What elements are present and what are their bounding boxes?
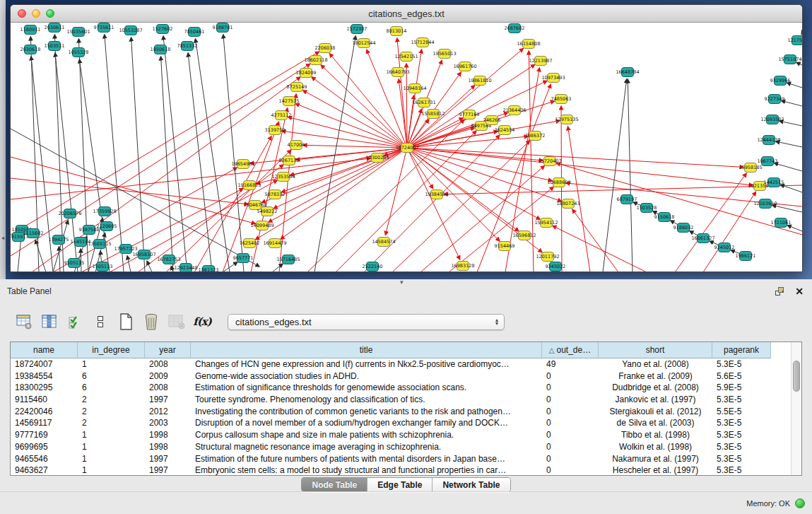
graph-node[interactable]: 15712844 bbox=[411, 38, 434, 47]
graph-node[interactable]: 14099489 bbox=[250, 221, 273, 230]
table-row[interactable]: 977716911998Corpus callosum shape and si… bbox=[11, 429, 801, 441]
graph-node[interactable]: 12011792 bbox=[536, 252, 559, 262]
graph-node[interactable]: 1824009 bbox=[296, 69, 317, 78]
graph-node[interactable]: 2206038 bbox=[315, 44, 336, 53]
graph-node[interactable]: 16782753 bbox=[157, 255, 180, 264]
column-header-short[interactable]: short bbox=[599, 342, 712, 358]
graph-node[interactable]: 1217563 bbox=[788, 36, 802, 45]
graph-node[interactable]: 18012544 bbox=[352, 39, 375, 48]
graph-node[interactable]: 1850618 bbox=[151, 45, 171, 54]
graph-node[interactable]: 19384554 bbox=[425, 190, 448, 199]
function-builder-icon[interactable]: f(x) bbox=[192, 312, 212, 332]
graph-node[interactable]: 10688609 bbox=[547, 178, 570, 187]
graph-node[interactable]: 18807243 bbox=[556, 199, 579, 209]
graph-node[interactable]: 1427515 bbox=[279, 97, 300, 106]
tab-node-table[interactable]: Node Table bbox=[302, 478, 367, 491]
graph-node[interactable]: 19565013 bbox=[433, 49, 456, 59]
graph-node[interactable]: 12542151 bbox=[394, 52, 418, 62]
graph-node[interactable]: 15585812 bbox=[421, 110, 445, 119]
graph-node[interactable]: 12103610 bbox=[753, 199, 777, 209]
graph-node[interactable]: 8813014 bbox=[387, 27, 407, 36]
table-row[interactable]: 2242004622012Investigating the contribut… bbox=[11, 406, 801, 418]
panel-collapse-handle[interactable]: ◂ bbox=[0, 233, 6, 243]
graph-node[interactable]: 15035601 bbox=[66, 28, 90, 37]
float-panel-icon[interactable] bbox=[775, 286, 785, 297]
graph-node[interactable]: 15954112 bbox=[534, 218, 558, 228]
graph-node[interactable]: 8267130 bbox=[279, 156, 300, 165]
column-header-name[interactable]: name bbox=[11, 342, 78, 358]
graph-node[interactable]: 4275112 bbox=[271, 111, 292, 120]
column-header-out_degree[interactable]: △out_de… bbox=[542, 342, 599, 358]
graph-node[interactable]: 2030618 bbox=[20, 45, 41, 54]
table-row[interactable]: 1872400712008Changes of HCN gene express… bbox=[11, 358, 801, 370]
graph-node[interactable]: 12923448 bbox=[174, 264, 197, 272]
graph-node[interactable]: 746266 bbox=[483, 116, 501, 125]
graph-node[interactable]: 12213987 bbox=[529, 57, 552, 66]
graph-node[interactable]: 15751074 bbox=[778, 55, 801, 64]
graph-node[interactable]: 417004 bbox=[288, 141, 305, 150]
graph-node[interactable]: 12975135 bbox=[555, 115, 578, 124]
network-table-selector[interactable]: citations_edges.txt ▴▾ bbox=[228, 314, 505, 330]
graph-node[interactable]: 9777169 bbox=[459, 110, 480, 119]
table-row[interactable]: 911546021997Tourette syndrome. Phenomeno… bbox=[11, 394, 801, 406]
graph-node[interactable]: 16154808 bbox=[517, 40, 540, 49]
graph-node[interactable]: 10553287 bbox=[119, 26, 142, 35]
graph-node[interactable]: 2030611 bbox=[45, 23, 65, 33]
column-header-in_degree[interactable]: in_degree bbox=[78, 342, 145, 358]
graph-node[interactable]: 7851332 bbox=[177, 42, 198, 51]
graph-node[interactable]: 16261731 bbox=[412, 98, 435, 107]
column-header-year[interactable]: year bbox=[145, 342, 191, 358]
graph-node[interactable]: 1394275 bbox=[49, 235, 69, 245]
graph-node[interactable]: 2522140 bbox=[363, 262, 383, 271]
graph-node[interactable]: 3624554 bbox=[495, 126, 515, 135]
graph-node[interactable]: 14584574 bbox=[372, 238, 395, 247]
graph-node[interactable]: 9735611 bbox=[94, 23, 114, 33]
graph-node[interactable]: 9227349 bbox=[765, 95, 785, 104]
graph-node[interactable]: 1572307 bbox=[347, 25, 367, 34]
graph-node[interactable]: 16961760 bbox=[453, 62, 476, 71]
graph-node[interactable]: 18602118 bbox=[304, 56, 327, 65]
tab-edge-table[interactable]: Edge Table bbox=[367, 478, 433, 491]
graph-node[interactable]: 17359928 bbox=[93, 207, 116, 216]
graph-node[interactable]: 9329966 bbox=[770, 76, 791, 86]
graph-node[interactable]: 12444138 bbox=[757, 136, 780, 145]
table-scrollbar[interactable] bbox=[791, 342, 801, 475]
graph-node[interactable]: 9154469 bbox=[495, 242, 515, 251]
graph-node[interactable]: 10973493 bbox=[541, 74, 565, 83]
graph-node[interactable]: 7850461 bbox=[184, 28, 205, 37]
memory-status-icon[interactable] bbox=[795, 498, 805, 508]
graph-node[interactable]: 9186701 bbox=[213, 23, 233, 33]
graph-node[interactable]: 16640793 bbox=[386, 68, 409, 77]
graph-node[interactable]: 9186032 bbox=[673, 223, 694, 233]
trash-icon[interactable] bbox=[141, 312, 161, 332]
minimize-button[interactable] bbox=[32, 9, 40, 18]
graph-node[interactable]: 12093582 bbox=[760, 115, 784, 124]
graph-node[interactable]: 9245022 bbox=[546, 262, 566, 271]
graph-node[interactable]: 12353594 bbox=[271, 173, 295, 182]
graph-node[interactable]: 1503528 bbox=[637, 204, 657, 213]
graph-node[interactable]: 1986121 bbox=[736, 252, 756, 261]
graph-node[interactable]: 16983128 bbox=[451, 262, 474, 271]
graph-node[interactable]: 1503511 bbox=[45, 42, 65, 51]
graph-node[interactable]: 7485063 bbox=[551, 95, 572, 104]
table-scrollbar-thumb[interactable] bbox=[793, 361, 800, 392]
graph-node[interactable]: 13505115 bbox=[88, 240, 111, 249]
graph-node[interactable]: 1180911 bbox=[20, 25, 41, 35]
column-checklist-icon[interactable] bbox=[65, 312, 85, 332]
close-button[interactable] bbox=[18, 9, 26, 18]
graph-node[interactable]: 8725149 bbox=[287, 83, 307, 92]
graph-node[interactable]: 9150618 bbox=[654, 213, 675, 222]
delete-table-icon[interactable] bbox=[167, 312, 187, 332]
graph-node[interactable]: 19166825 bbox=[237, 181, 261, 190]
graph-node[interactable]: 1055328 bbox=[69, 48, 89, 57]
table-row[interactable]: 1830029562008Estimation of significance … bbox=[11, 382, 801, 394]
graph-node[interactable]: 19861810 bbox=[468, 76, 491, 86]
close-panel-icon[interactable]: ✕ bbox=[795, 286, 804, 297]
table-row[interactable]: 946362711997Embryonic stem cells: a mode… bbox=[11, 465, 801, 476]
graph-node[interactable]: 16914479 bbox=[263, 239, 286, 248]
table-row[interactable]: 1938455462009Genome-wide association stu… bbox=[11, 370, 801, 382]
column-header-pagerank[interactable]: pagerank bbox=[712, 342, 771, 358]
table-row[interactable]: 1456911722003Disruption of a novel membe… bbox=[11, 417, 801, 429]
column-header-title[interactable]: title bbox=[191, 342, 542, 358]
graph-node[interactable]: 1505133 bbox=[93, 262, 113, 271]
